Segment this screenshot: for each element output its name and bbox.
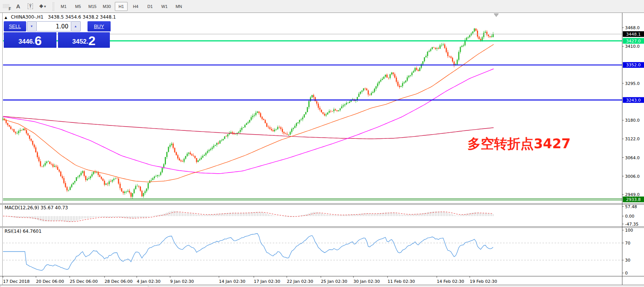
volume-stepper: ▼ ▲ xyxy=(27,21,81,31)
volume-input[interactable] xyxy=(37,21,71,31)
macd-axis-label: -47.35 xyxy=(625,222,638,227)
docked-window-edge xyxy=(0,285,148,287)
buy-price-decimal: 2 xyxy=(88,35,95,47)
timeframe-button-d1[interactable]: D1 xyxy=(144,2,156,11)
toolbar-separator xyxy=(52,2,54,11)
timeframe-button-m30[interactable]: M30 xyxy=(100,2,113,11)
time-axis-label: 9 Jan 02:30 xyxy=(170,279,194,284)
price-badge-label: 3448.1 xyxy=(626,32,641,37)
timeframe-button-h4[interactable]: H4 xyxy=(129,2,142,11)
price-tick-label: 3295.0 xyxy=(625,81,640,86)
timeframe-button-w1[interactable]: W1 xyxy=(158,2,171,11)
buy-price-quote[interactable]: 3452 . 2 xyxy=(58,32,110,48)
time-axis-label: 17 Dec 2018 xyxy=(3,279,30,284)
symbol-period-label: CHINA300-,H1 xyxy=(11,14,44,20)
macd-axis-label: 57.48 xyxy=(625,204,637,209)
trading-terminal: { "toolbar": { "icon_f_label": "F", "ico… xyxy=(0,0,644,287)
ohlc-values-label: 3438.5 3454.6 3438.2 3448.1 xyxy=(48,14,116,20)
sell-price-decimal: 6 xyxy=(34,35,42,47)
letter-a-icon: A xyxy=(16,3,20,9)
rsi-axis-label: 0 xyxy=(625,271,628,276)
price-tick-label: 3410.0 xyxy=(625,44,640,49)
time-axis-label: 30 Jan 02:30 xyxy=(353,279,380,284)
time-axis-label: 4 Jan 02:30 xyxy=(137,279,161,284)
rsi-indicator-label: RSI(14) 64.7601 xyxy=(5,229,42,234)
time-axis-label: 19 Feb 02:30 xyxy=(470,279,497,284)
grid-f-icon: F xyxy=(3,4,9,9)
timeframe-button-h1[interactable]: H1 xyxy=(115,2,128,11)
time-axis-label: 14 Jan 02:30 xyxy=(219,279,245,284)
volume-increase-button[interactable]: ▲ xyxy=(71,21,81,31)
font-tool-button[interactable]: A xyxy=(13,2,23,11)
top-toolbar: F A T ❖ ▾ M1 M5 M15 M30 H1 H4 D1 W1 MN xyxy=(0,0,644,13)
text-box-icon: T xyxy=(28,3,33,9)
price-badge-label: 3427.0 xyxy=(626,39,641,44)
buy-button[interactable]: BUY xyxy=(88,21,111,31)
price-tick-label: 3122.0 xyxy=(625,136,640,141)
price-badge-label: 2933.8 xyxy=(626,197,641,202)
price-tick-label: 3006.0 xyxy=(625,174,640,179)
time-axis-label: 17 Jan 02:30 xyxy=(254,279,280,284)
price-badge-label: 3243.0 xyxy=(626,98,641,103)
time-axis-label: 20 Dec 06:00 xyxy=(36,279,64,284)
price-tick-label: 3468.0 xyxy=(625,25,640,30)
price-tick-label: 3064.0 xyxy=(625,155,640,160)
sell-button[interactable]: SELL xyxy=(4,21,26,31)
time-axis-label: 11 Feb 02:30 xyxy=(388,279,415,284)
timeframe-button-m1[interactable]: M1 xyxy=(57,2,70,11)
macd-indicator-label: MACD(12,26,9) 35.67 40.73 xyxy=(5,205,68,210)
chart-title-bar: ▲ CHINA300-,H1 3438.5 3454.6 3438.2 3448… xyxy=(5,14,116,20)
objects-icon: ❖ xyxy=(39,3,44,9)
price-badge-label: 3352.0 xyxy=(626,63,641,67)
one-click-trading-panel: SELL ▼ ▲ BUY 3446 . 6 3452 . 2 xyxy=(4,21,111,48)
buy-price-main: 3452 xyxy=(72,37,87,47)
rsi-axis-label: 100 xyxy=(625,228,633,233)
volume-decrease-button[interactable]: ▼ xyxy=(27,21,37,31)
time-axis-label: 22 Jan 02:30 xyxy=(287,279,313,284)
collapse-panel-icon[interactable]: ▲ xyxy=(5,16,7,19)
time-axis-label: 28 Dec 06:00 xyxy=(105,279,133,284)
chevron-down-icon: ▾ xyxy=(44,5,46,8)
text-label-tool-button[interactable]: T xyxy=(25,2,35,11)
macd-axis-label: 0.00 xyxy=(625,214,635,219)
time-axis-label: 25 Dec 06:00 xyxy=(70,279,98,284)
price-tick-label: 3180.0 xyxy=(625,118,640,123)
timeframe-button-m15[interactable]: M15 xyxy=(86,2,99,11)
time-axis-label: 14 Feb 02:30 xyxy=(437,279,464,284)
timeframe-button-mn[interactable]: MN xyxy=(172,2,185,11)
rsi-axis-label: 70 xyxy=(625,241,630,246)
sell-price-quote[interactable]: 3446 . 6 xyxy=(4,32,56,48)
price-tick-label: 2949.0 xyxy=(625,192,640,197)
sell-price-main: 3446 xyxy=(19,37,33,47)
timeframe-button-m5[interactable]: M5 xyxy=(72,2,84,11)
grid-tool-button[interactable]: F xyxy=(1,2,11,11)
time-axis-label: 25 Jan 02:30 xyxy=(321,279,347,284)
objects-tool-button[interactable]: ❖ ▾ xyxy=(38,2,47,11)
rsi-axis-label: 30 xyxy=(625,258,630,263)
chart-annotation-text: 多空转折点3427 xyxy=(467,135,571,153)
